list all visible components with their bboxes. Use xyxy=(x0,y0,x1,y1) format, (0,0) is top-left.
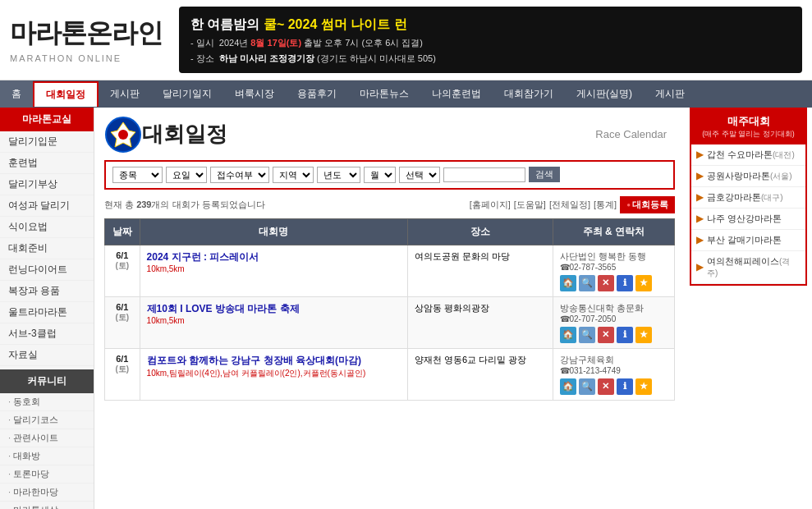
main-layout: 마라톤교실 달리기입문 훈련법 달리기부상 여성과 달리기 식이요법 대회준비 … xyxy=(0,108,812,509)
filter-bar: 종목전체마라톤10km 요일전체토일 접수여부전체접수중 지역전체서울경기 년도… xyxy=(104,160,675,190)
row3-icon-search[interactable]: 🔍 xyxy=(579,378,595,395)
row1-icon-x[interactable]: ✕ xyxy=(598,275,614,291)
nav-item-market[interactable]: 벼룩시장 xyxy=(223,80,286,108)
sidebar-community-club[interactable]: 동호회 xyxy=(0,393,94,411)
row2-icon-info[interactable]: ℹ xyxy=(617,327,633,343)
register-button[interactable]: 대회등록 xyxy=(620,196,675,213)
nav-item-board[interactable]: 게시판 xyxy=(99,80,151,108)
row3-date-day: (토) xyxy=(112,364,133,375)
sidebar-community-links[interactable]: 관련사이트 xyxy=(0,429,94,447)
sidebar-item-injury[interactable]: 달리기부상 xyxy=(0,174,94,195)
row2-date-num: 6/1 xyxy=(112,302,133,312)
arrow-icon-6: ▶ xyxy=(696,261,704,273)
nav-item-training[interactable]: 나의훈련법 xyxy=(420,80,493,108)
page-subtitle: Race Calendar xyxy=(595,128,667,140)
link-help[interactable]: [도움말] xyxy=(514,199,546,211)
row1-contact: 사단법인 행복한 동행 ☎02-787-3565 🏠 🔍 ✕ ℹ ★ xyxy=(553,245,675,296)
svg-point-2 xyxy=(118,130,128,140)
sidebar-item-running-diet[interactable]: 런닝다이어트 xyxy=(0,259,94,281)
weekly-item-3[interactable]: ▶ 금호강마라톤(대구) xyxy=(691,187,805,209)
sidebar-community-course[interactable]: 달리기코스 xyxy=(0,411,94,429)
sidebar-item-prep[interactable]: 대회준비 xyxy=(0,238,94,259)
row1-icon-info[interactable]: ℹ xyxy=(617,275,633,291)
weekly-item-1[interactable]: ▶ 갑천 수요마라톤(대전) xyxy=(691,144,805,166)
arrow-icon-5: ▶ xyxy=(696,234,704,245)
nav-item-home[interactable]: 홈 xyxy=(0,80,33,108)
info-row: 현재 총 239개의 대회가 등록되었습니다 [홈페이지] [도움말] [전체일… xyxy=(104,196,675,213)
link-stats[interactable]: [통계] xyxy=(594,199,617,211)
nav-item-schedule[interactable]: 대회일정 xyxy=(33,81,99,107)
banner-area: 한 여름밤의 쿨~ 2024 썸머 나이트 런 - 일시 2024년 8월 17… xyxy=(179,7,802,73)
filter-region[interactable]: 지역전체서울경기 xyxy=(273,167,314,183)
sidebar-community-world[interactable]: 마라톤세상 xyxy=(0,502,94,509)
weekly-item-4[interactable]: ▶ 나주 영산강마라톤 xyxy=(691,209,805,230)
col-name: 대회명 xyxy=(140,218,407,245)
row3-icon-star[interactable]: ★ xyxy=(635,378,652,395)
sidebar-item-intro[interactable]: 달리기입문 xyxy=(0,131,94,153)
sidebar-section-community: 커뮤니티 xyxy=(0,369,94,393)
weekly-item-6-text: 여의천해피레이스(격주) xyxy=(707,255,801,279)
link-homepage[interactable]: [홈페이지] xyxy=(470,199,511,211)
sidebar-item-women[interactable]: 여성과 달리기 xyxy=(0,195,94,217)
sidebar-item-sub3[interactable]: 서브-3클럽 xyxy=(0,323,94,345)
row3-icon-info[interactable]: ℹ xyxy=(617,378,633,395)
logo-area: 마라톤온라인 MARATHON ONLINE xyxy=(10,16,163,63)
row1-name-cell: 2024 지구런 : 피스레이서 10km,5km xyxy=(140,245,407,296)
sidebar-item-ultra[interactable]: 울트라마라톤 xyxy=(0,302,94,323)
row2-dist: 10km,5km xyxy=(147,316,401,325)
row3-actions: 🏠 🔍 ✕ ℹ ★ xyxy=(560,378,668,395)
nav-item-news[interactable]: 마라톤뉴스 xyxy=(348,80,420,108)
sidebar-item-diet[interactable]: 식이요법 xyxy=(0,217,94,238)
filter-reception[interactable]: 접수여부전체접수중 xyxy=(210,167,269,183)
search-input[interactable] xyxy=(443,167,525,182)
row2-race-name[interactable]: 제10회 I LOVE 방송대 마라톤 축제 xyxy=(147,302,401,316)
filter-type[interactable]: 종목전체마라톤10km xyxy=(112,167,163,183)
row3-name-cell: 컴포트와 함께하는 강남구 청장배 육상대회(마감) 10km,팀릴레이(4인)… xyxy=(140,348,407,400)
filter-year[interactable]: 년도2024 xyxy=(317,167,360,183)
row3-race-name[interactable]: 컴포트와 함께하는 강남구 청장배 육상대회(마감) xyxy=(147,354,401,368)
logo-english: MARATHON ONLINE xyxy=(10,53,163,63)
filter-day[interactable]: 요일전체토일 xyxy=(166,167,207,183)
nav-item-board-real[interactable]: 게시판(실명) xyxy=(565,80,644,108)
sidebar-community-mara[interactable]: 마라한마당 xyxy=(0,484,94,502)
row3-date-num: 6/1 xyxy=(112,354,133,364)
sidebar-item-gear[interactable]: 복장과 용품 xyxy=(0,281,94,302)
weekly-item-1-text: 갑천 수요마라톤(대전) xyxy=(707,149,795,161)
filter-month[interactable]: 월123456 xyxy=(364,167,396,183)
logo-korean[interactable]: 마라톤온라인 xyxy=(10,16,163,52)
sidebar-community-forum[interactable]: 토론마당 xyxy=(0,465,94,484)
nav-item-review[interactable]: 용품후기 xyxy=(286,80,348,108)
link-all-schedule[interactable]: [전체일정] xyxy=(549,199,590,211)
row3-icon-x[interactable]: ✕ xyxy=(598,378,614,395)
nav-bar: 홈 대회일정 게시판 달리기일지 벼룩시장 용품후기 마라톤뉴스 나의훈련법 대… xyxy=(0,80,812,108)
row1-dist: 10km,5km xyxy=(147,264,401,273)
arrow-icon-2: ▶ xyxy=(696,170,704,181)
search-button[interactable]: 검색 xyxy=(529,167,560,182)
row1-icon-search[interactable]: 🔍 xyxy=(579,275,595,291)
weekly-item-5[interactable]: ▶ 부산 갈매기마라톤 xyxy=(691,230,805,251)
row2-icon-star[interactable]: ★ xyxy=(635,327,652,343)
page-title: 대회일정 xyxy=(142,120,227,149)
filter-select[interactable]: 선택 xyxy=(399,167,440,183)
row1-race-name[interactable]: 2024 지구런 : 피스레이서 xyxy=(147,250,401,264)
nav-item-race-report[interactable]: 대회참가기 xyxy=(493,80,565,108)
sidebar-item-archive[interactable]: 자료실 xyxy=(0,345,94,366)
row2-icon-home[interactable]: 🏠 xyxy=(560,327,576,343)
weekly-item-6[interactable]: ▶ 여의천해피레이스(격주) xyxy=(691,251,805,284)
row2-icon-x[interactable]: ✕ xyxy=(598,327,614,343)
nav-item-board2[interactable]: 게시판 xyxy=(644,80,696,108)
row1-icon-home[interactable]: 🏠 xyxy=(560,275,576,291)
row1-icon-star[interactable]: ★ xyxy=(635,275,652,291)
total-text: 현재 총 239개의 대회가 등록되었습니다 xyxy=(104,199,265,211)
weekly-item-4-text: 나주 영산강마라톤 xyxy=(707,213,782,225)
race-calendar-icon xyxy=(104,116,142,154)
row3-icon-home[interactable]: 🏠 xyxy=(560,378,576,395)
arrow-icon-4: ▶ xyxy=(696,213,704,224)
row3-place: 양재천 영동6교 다리밑 광장 xyxy=(408,348,553,400)
nav-item-diary[interactable]: 달리기일지 xyxy=(151,80,223,108)
row2-place: 상암동 평화의광장 xyxy=(408,296,553,348)
sidebar-item-training[interactable]: 훈련법 xyxy=(0,153,94,174)
row2-icon-search[interactable]: 🔍 xyxy=(579,327,595,343)
weekly-item-2[interactable]: ▶ 공원사랑마라톤(서울) xyxy=(691,166,805,187)
sidebar-community-chat[interactable]: 대화방 xyxy=(0,447,94,465)
